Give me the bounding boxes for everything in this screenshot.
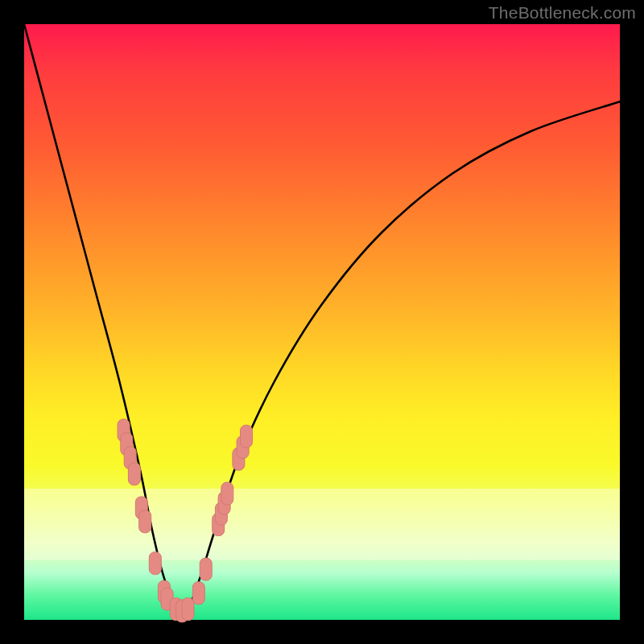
curve-marker [221,482,233,505]
curve-markers-group [118,419,252,622]
chart-stage: TheBottleneck.com [0,0,644,644]
curve-marker [128,463,140,485]
curve-marker [182,598,194,621]
chart-svg [24,24,620,620]
watermark-text: TheBottleneck.com [489,3,636,23]
curve-marker [241,425,253,448]
curve-marker [192,582,204,605]
curve-marker [139,510,151,533]
curve-marker [200,558,212,580]
bottleneck-curve [24,24,620,612]
curve-marker [149,552,161,575]
plot-area [24,24,620,620]
